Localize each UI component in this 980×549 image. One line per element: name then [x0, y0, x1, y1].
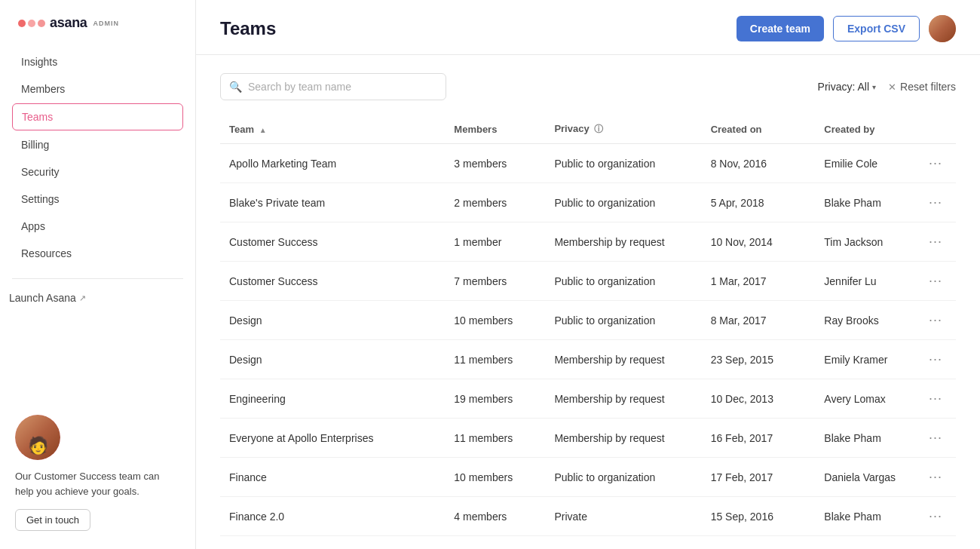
cell-created-by: Ray Brooks [815, 301, 915, 340]
cell-privacy: Membership by request [545, 379, 701, 419]
cell-actions: ··· [915, 144, 956, 183]
sort-arrow-icon: ▲ [259, 126, 267, 134]
cell-created-on: 1 Mar, 2017 [702, 262, 816, 301]
cell-created-on: 15 Sep, 2016 [702, 497, 816, 536]
logo-dot-left [18, 20, 26, 27]
row-more-button[interactable]: ··· [924, 271, 947, 290]
cell-created-by: Blake Pham [815, 183, 915, 222]
cell-created-by: Emily Kramer [815, 340, 915, 379]
support-person-icon: 🧑 [28, 436, 48, 455]
main-content: Teams Create team Export CSV 🔍 Privacy: … [196, 0, 980, 549]
cell-privacy: Public to organization [545, 183, 701, 222]
sidebar-divider [12, 278, 183, 279]
cell-actions: ··· [915, 183, 956, 222]
cell-members: 11 members [445, 340, 545, 379]
cell-actions: ··· [915, 222, 956, 262]
sidebar-logo: asana ADMIN [0, 0, 195, 43]
sidebar-item-teams[interactable]: Teams [12, 103, 183, 130]
row-more-button[interactable]: ··· [924, 389, 947, 408]
cell-privacy: Membership by request [545, 222, 701, 262]
sidebar-item-members[interactable]: Members [12, 76, 183, 102]
table-header: Team ▲ Members Privacy ⓘ Created on Crea… [220, 115, 956, 144]
sidebar-item-insights[interactable]: Insights [12, 49, 183, 75]
cell-created-on: 8 Mar, 2017 [702, 301, 816, 340]
row-more-button[interactable]: ··· [924, 232, 947, 251]
launch-asana-link[interactable]: Launch Asana ↗ [0, 285, 195, 311]
cell-created-by: Tim Jackson [815, 222, 915, 262]
chevron-down-icon: ▾ [872, 83, 876, 91]
user-avatar[interactable] [929, 15, 956, 42]
search-icon: 🔍 [229, 81, 242, 93]
cell-members: 7 members [445, 262, 545, 301]
sidebar-item-settings[interactable]: Settings [12, 186, 183, 212]
cell-privacy: Public to organization [545, 301, 701, 340]
cell-team: Blake's Private team [220, 183, 445, 222]
table-row: Everyone at Apollo Enterprises 11 member… [220, 419, 956, 458]
cell-created-on: 10 Nov, 2014 [702, 222, 816, 262]
launch-asana-label: Launch Asana [9, 292, 76, 304]
cell-actions: ··· [915, 379, 956, 419]
support-text: Our Customer Success team can help you a… [15, 469, 180, 498]
cell-created-by: Avery Lomax [815, 379, 915, 419]
cell-team: Customer Success [220, 262, 445, 301]
cell-actions: ··· [915, 419, 956, 458]
sidebar: asana ADMIN Insights Members Teams Billi… [0, 0, 196, 549]
search-input[interactable] [220, 73, 446, 100]
export-csv-button[interactable]: Export CSV [833, 16, 920, 41]
filter-actions: Privacy: All ▾ ✕ Reset filters [818, 81, 956, 93]
cell-members: 10 members [445, 301, 545, 340]
header-actions: Create team Export CSV [737, 15, 956, 42]
cell-members: 19 members [445, 379, 545, 419]
cell-created-on: 23 Sep, 2015 [702, 340, 816, 379]
cell-actions: ··· [915, 497, 956, 536]
filters-row: 🔍 Privacy: All ▾ ✕ Reset filters [220, 73, 956, 100]
row-more-button[interactable]: ··· [924, 428, 947, 447]
avatar-image [929, 15, 956, 42]
table-row: Customer Success 7 members Public to org… [220, 262, 956, 301]
cell-team: Apollo Marketing Team [220, 144, 445, 183]
table-row: Finance 10 members Public to organizatio… [220, 458, 956, 497]
content-area: 🔍 Privacy: All ▾ ✕ Reset filters Team [196, 55, 980, 549]
privacy-filter[interactable]: Privacy: All ▾ [818, 81, 876, 93]
get-in-touch-button[interactable]: Get in touch [15, 509, 90, 531]
row-more-button[interactable]: ··· [924, 507, 947, 526]
sidebar-item-billing[interactable]: Billing [12, 132, 183, 158]
reset-filters-button[interactable]: ✕ Reset filters [888, 81, 956, 93]
cell-team: Design [220, 301, 445, 340]
cell-actions: ··· [915, 340, 956, 379]
col-header-created-on: Created on [702, 115, 816, 144]
col-header-created-by: Created by [815, 115, 915, 144]
cell-team: Finance 2.0 [220, 497, 445, 536]
cell-created-on: 5 Apr, 2018 [702, 183, 816, 222]
cell-privacy: Membership by request [545, 340, 701, 379]
table-row: Engineering 19 members Membership by req… [220, 379, 956, 419]
sidebar-item-resources[interactable]: Resources [12, 241, 183, 266]
create-team-button[interactable]: Create team [737, 16, 824, 41]
table-row: Apollo Marketing Team 3 members Public t… [220, 144, 956, 183]
cell-created-on: 8 Nov, 2016 [702, 144, 816, 183]
table-row: Customer Success 1 member Membership by … [220, 222, 956, 262]
reset-filters-label: Reset filters [900, 81, 956, 93]
cell-actions: ··· [915, 301, 956, 340]
sidebar-item-security[interactable]: Security [12, 159, 183, 185]
table-row: Design 10 members Public to organization… [220, 301, 956, 340]
cell-members: 1 member [445, 222, 545, 262]
teams-table: Team ▲ Members Privacy ⓘ Created on Crea… [220, 115, 956, 536]
row-more-button[interactable]: ··· [924, 350, 947, 369]
app-name: asana [50, 15, 87, 31]
cell-actions: ··· [915, 262, 956, 301]
cell-created-by: Emilie Cole [815, 144, 915, 183]
col-header-team[interactable]: Team ▲ [220, 115, 445, 144]
cell-team: Engineering [220, 379, 445, 419]
logo-dot-center [28, 20, 35, 27]
row-more-button[interactable]: ··· [924, 154, 947, 173]
row-more-button[interactable]: ··· [924, 468, 947, 486]
reset-icon: ✕ [888, 81, 896, 93]
privacy-help-icon[interactable]: ⓘ [594, 124, 603, 134]
cell-privacy: Private [545, 497, 701, 536]
row-more-button[interactable]: ··· [924, 193, 947, 212]
cell-created-by: Daniela Vargas [815, 458, 915, 497]
sidebar-item-apps[interactable]: Apps [12, 213, 183, 239]
cell-members: 2 members [445, 183, 545, 222]
row-more-button[interactable]: ··· [924, 311, 947, 330]
